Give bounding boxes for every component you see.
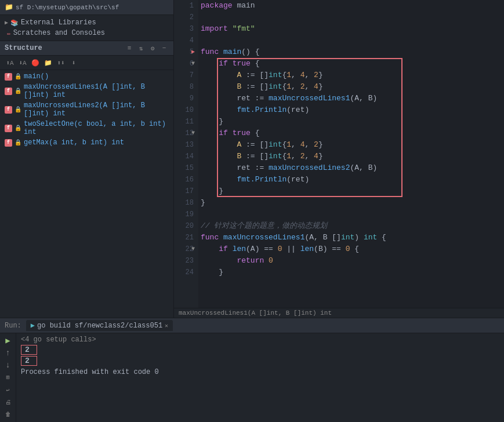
exit-msg: Process finished with exit code 0 [21, 368, 159, 376]
setup-line: <4 go setup calls> [21, 336, 499, 344]
struct-item-getmax[interactable]: f 🔒 getMax(a int, b int) int [0, 137, 173, 148]
app-window: 📁 sf D:\mysetup\gopath\src\sf ▶ 📚 Extern… [0, 0, 504, 422]
code-line-13: A := []int{1, 4, 2} [201, 139, 504, 151]
code-line-19 [201, 209, 504, 220]
tree-item-label: External Libraries [21, 19, 96, 27]
run-scroll-up-btn[interactable]: ↑ [2, 348, 14, 358]
badge-f-icon: f [5, 106, 12, 114]
top-section: 📁 sf D:\mysetup\gopath\src\sf ▶ 📚 Extern… [0, 0, 504, 318]
badge-f-icon: f [5, 88, 12, 95]
code-line-18: } [201, 197, 504, 209]
struct-item-name: getMax(a int, b int) int [24, 139, 124, 147]
code-line-21: func maxUncrossedLines1(A, B []int) int … [201, 232, 504, 243]
structure-panel: Structure ≡ ⇅ ⚙ − ⬆A ⬇A 🔴 📁 ⬆⬇ [0, 41, 173, 149]
code-line-24: } [201, 267, 504, 278]
result-lines: 2 2 [21, 345, 499, 366]
struct-item-name: maxUncrossedLines1(A []int, B []int) int [24, 83, 169, 99]
lib-icon: 📚 [10, 19, 19, 27]
code-line-2 [201, 12, 504, 23]
run-tab-name: go build sf/newclass2/class051 [37, 322, 162, 330]
run-body: ▶ ↑ ↓ ⊞ ↩ 🖨 🗑 <4 go setup calls> 2 2 Pro… [0, 333, 504, 422]
sidebar-tree: ▶ 📚 External Libraries ✏️ Scratches and … [0, 15, 173, 41]
sidebar-tree-section: ▶ 📚 External Libraries ✏️ Scratches and … [0, 15, 173, 318]
run-tab[interactable]: ▶ go build sf/newclass2/class051 ✕ [26, 320, 173, 331]
code-line-12: ▼ if true { [201, 128, 504, 139]
code-line-23: return 0 [201, 255, 504, 267]
structure-header: Structure ≡ ⇅ ⚙ − [0, 41, 173, 56]
run-play-btn[interactable]: ▶ [2, 336, 14, 345]
fold-icon[interactable]: ▼ [191, 58, 195, 70]
structure-sort-toolbar: ⬆A ⬇A 🔴 📁 ⬆⬇ ⬇ [0, 56, 173, 70]
code-line-6: ▼ if true { [201, 58, 504, 70]
tree-item-scratches[interactable]: ✏️ Scratches and Consoles [0, 28, 173, 38]
folder-icon: 📁 [5, 3, 13, 12]
struct-item-maxuncrossed2[interactable]: f 🔒 maxUncrossedLines2(A []int, B []int)… [0, 100, 173, 119]
run-print-btn[interactable]: 🖨 [2, 397, 14, 407]
badge-f-icon: f [5, 73, 12, 81]
structure-list-icon[interactable]: ≡ [125, 43, 134, 53]
editor-area: 1 2 3 4 5 6 7 8 9 10 11 12 13 14 [174, 0, 504, 318]
code-line-15: ret := maxUncrossedLines2(A, B) [201, 162, 504, 174]
structure-items: f 🔒 main() f 🔒 maxUncrossedLines1(A []in… [0, 70, 173, 149]
structure-sort-icon[interactable]: ⇅ [136, 43, 146, 53]
code-line-1: package main [201, 0, 504, 12]
fold-icon-3[interactable]: ▼ [191, 243, 195, 255]
code-line-9: ret := maxUncrossedLines1(A, B) [201, 93, 504, 104]
code-line-3: import "fmt" [201, 23, 504, 35]
result-line-2: 2 [21, 356, 37, 366]
status-bar: maxUncrossedLines1(A []int, B []int) int [174, 308, 504, 318]
lock-icon: 🔒 [14, 125, 21, 132]
setup-text: <4 go setup calls> [21, 336, 96, 344]
struct-item-name: maxUncrossedLines2(A []int, B []int) int [24, 101, 169, 118]
fold-icon-2[interactable]: ▼ [191, 128, 195, 139]
run-sidebar: ▶ ↑ ↓ ⊞ ↩ 🖨 🗑 [0, 333, 16, 422]
code-line-8: B := []int{1, 2, 4} [201, 81, 504, 93]
lock-icon: 🔒 [14, 106, 21, 113]
code-line-14: B := []int{1, 2, 4} [201, 151, 504, 162]
run-tab-close-btn[interactable]: ✕ [165, 322, 168, 329]
code-line-5: ▶ func main() { [201, 46, 504, 58]
tree-item-external-libs[interactable]: ▶ 📚 External Libraries [0, 17, 173, 28]
sort-alpha-asc-btn[interactable]: ⬆A [5, 57, 15, 68]
sort-type-btn[interactable]: 🔴 [30, 57, 41, 68]
sidebar-path: sf D:\mysetup\gopath\src\sf [16, 4, 119, 11]
run-scroll-down-btn[interactable]: ↓ [2, 361, 14, 370]
run-layout-btn[interactable]: ⊞ [2, 373, 14, 383]
struct-item-main[interactable]: f 🔒 main() [0, 71, 173, 82]
badge-f-icon: f [5, 125, 12, 132]
run-trash-btn[interactable]: 🗑 [2, 410, 14, 420]
sidebar: 📁 sf D:\mysetup\gopath\src\sf ▶ 📚 Extern… [0, 0, 174, 318]
exit-line: Process finished with exit code 0 [21, 368, 499, 376]
sort-visibility-btn[interactable]: ⬇ [68, 57, 79, 68]
code-line-20: // 针对这个题的题意，做的动态规划 [201, 220, 504, 232]
sidebar-header: 📁 sf D:\mysetup\gopath\src\sf [0, 0, 173, 15]
sort-inherit-btn[interactable]: ⬆⬇ [56, 57, 66, 68]
bottom-panel: Run: ▶ go build sf/newclass2/class051 ✕ … [0, 318, 504, 422]
tree-item-label: Scratches and Consoles [13, 29, 105, 37]
structure-settings-icon[interactable]: ⚙ [148, 43, 157, 53]
struct-item-name: twoSelectOne(c bool, a int, b int) int [24, 120, 169, 136]
run-label: Run: [5, 322, 21, 330]
expand-arrow-icon: ▶ [5, 19, 8, 26]
code-lines: package main import "fmt" ▶ [198, 0, 504, 308]
structure-title: Structure [5, 44, 42, 52]
sort-folder-btn[interactable]: 📁 [43, 57, 53, 68]
sort-alpha-desc-btn[interactable]: ⬇A [17, 57, 28, 68]
code-container[interactable]: 1 2 3 4 5 6 7 8 9 10 11 12 13 14 [174, 0, 504, 308]
struct-item-maxuncrossed1[interactable]: f 🔒 maxUncrossedLines1(A []int, B []int)… [0, 82, 173, 100]
struct-item-twoselectone[interactable]: f 🔒 twoSelectOne(c bool, a int, b int) i… [0, 119, 173, 137]
badge-f-icon: f [5, 139, 12, 147]
lock-icon: 🔒 [14, 73, 21, 80]
code-line-16: fmt.Println(ret) [201, 174, 504, 185]
run-wrap-btn[interactable]: ↩ [2, 385, 14, 395]
scratch-icon: ✏️ [7, 30, 11, 37]
structure-toolbar: ≡ ⇅ ⚙ − [125, 43, 169, 53]
run-output: <4 go setup calls> 2 2 Process finished … [16, 333, 504, 422]
structure-close-icon[interactable]: − [159, 43, 169, 53]
run-header: Run: ▶ go build sf/newclass2/class051 ✕ [0, 318, 504, 333]
code-line-17: } [201, 185, 504, 197]
run-arrow-icon[interactable]: ▶ [191, 46, 195, 58]
editor-content: 1 2 3 4 5 6 7 8 9 10 11 12 13 14 [174, 0, 504, 308]
struct-item-name: main() [24, 72, 49, 81]
code-line-4 [201, 35, 504, 46]
